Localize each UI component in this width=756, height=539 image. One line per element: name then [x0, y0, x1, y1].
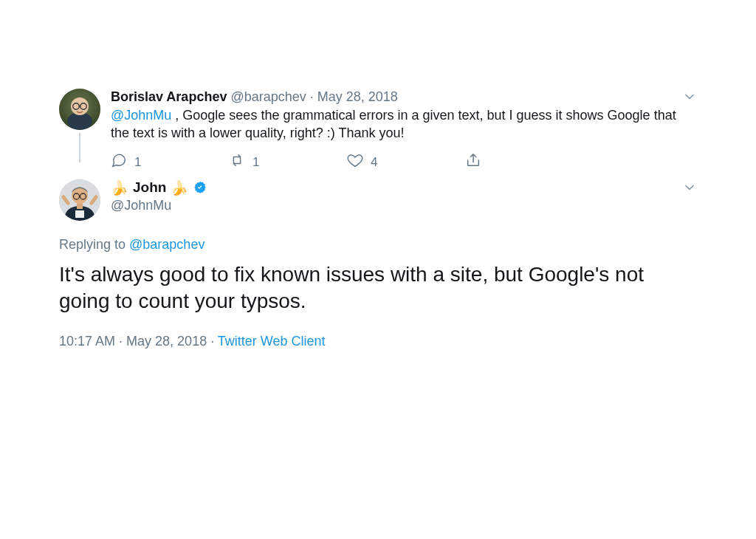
- reply-count: 1: [134, 155, 141, 170]
- retweet-button[interactable]: 1: [229, 152, 347, 172]
- reply-icon: [111, 152, 127, 172]
- replying-to-link[interactable]: @barapchev: [129, 237, 205, 252]
- parent-tweet-actions: 1 1 4: [111, 152, 697, 172]
- main-name-row[interactable]: 🍌 John 🍌: [111, 179, 697, 196]
- main-tweet-header: 🍌 John 🍌 @JohnMu: [59, 179, 697, 221]
- main-header-text: 🍌 John 🍌 @JohnMu: [100, 179, 697, 213]
- retweet-count: 1: [252, 155, 259, 170]
- parent-avatar[interactable]: [59, 89, 100, 130]
- emoji-banana-right: 🍌: [171, 181, 188, 195]
- reply-button[interactable]: 1: [111, 152, 229, 172]
- mention-link[interactable]: @JohnMu: [111, 108, 171, 123]
- tweet-time[interactable]: 10:17 AM: [59, 334, 115, 349]
- retweet-icon: [229, 152, 245, 172]
- parent-tweet-body: Borislav Arapchev @barapchev · May 28, 2…: [100, 89, 697, 172]
- heart-icon: [347, 152, 363, 172]
- main-tweet-text: It's always good to fix known issues wit…: [59, 261, 697, 315]
- parent-date[interactable]: May 28, 2018: [317, 89, 398, 105]
- like-count: 4: [371, 155, 377, 170]
- parent-tweet-header: Borislav Arapchev @barapchev · May 28, 2…: [111, 89, 697, 105]
- caret-down-icon[interactable]: [682, 89, 697, 104]
- replying-to-line: Replying to @barapchev: [59, 237, 697, 253]
- main-display-name: John: [133, 179, 166, 196]
- separator-dot: ·: [310, 89, 314, 105]
- parent-avatar-column: [59, 89, 100, 165]
- share-button[interactable]: [465, 152, 481, 172]
- parent-text-content: , Google sees the grammatical errors in …: [111, 108, 676, 140]
- parent-tweet-text: @JohnMu , Google sees the grammatical er…: [111, 106, 697, 142]
- like-button[interactable]: 4: [347, 152, 465, 172]
- caret-down-icon[interactable]: [682, 180, 697, 195]
- parent-tweet[interactable]: Borislav Arapchev @barapchev · May 28, 2…: [59, 89, 697, 172]
- main-avatar[interactable]: [59, 179, 100, 221]
- main-handle[interactable]: @JohnMu: [111, 197, 697, 213]
- thread-connector-line: [79, 133, 80, 162]
- share-icon: [465, 152, 481, 172]
- separator-dot: ·: [207, 334, 218, 349]
- tweet-thread: Borislav Arapchev @barapchev · May 28, 2…: [0, 0, 756, 349]
- parent-handle[interactable]: @barapchev: [230, 89, 306, 105]
- separator-dot: ·: [115, 334, 126, 349]
- replying-prefix: Replying to: [59, 237, 129, 252]
- tweet-metadata: 10:17 AM · May 28, 2018 · Twitter Web Cl…: [59, 334, 697, 349]
- main-tweet: 🍌 John 🍌 @JohnMu Replying to @barapchev …: [59, 179, 697, 349]
- parent-display-name[interactable]: Borislav Arapchev: [111, 89, 227, 105]
- tweet-date[interactable]: May 28, 2018: [126, 334, 207, 349]
- verified-badge-icon: [193, 180, 207, 195]
- tweet-source-link[interactable]: Twitter Web Client: [218, 334, 326, 349]
- emoji-banana-left: 🍌: [111, 181, 128, 195]
- svg-rect-13: [75, 210, 84, 218]
